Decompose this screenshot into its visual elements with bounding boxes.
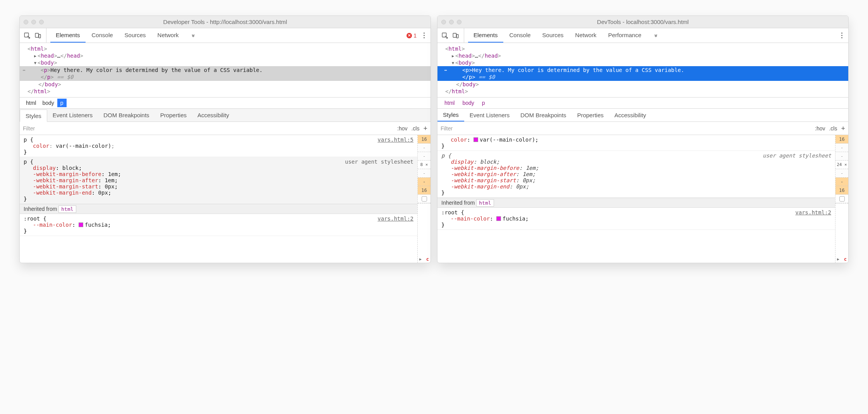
hov-toggle[interactable]: :hov <box>815 125 825 132</box>
zoom-dot[interactable] <box>457 20 461 24</box>
ruler-cell: 16 <box>418 135 431 144</box>
tabs-overflow-icon[interactable] <box>648 28 664 43</box>
error-count[interactable]: ✕ 1 <box>407 33 417 39</box>
tab-console[interactable]: Console <box>86 28 118 43</box>
hov-toggle[interactable]: :hov <box>397 125 407 132</box>
settings-menu-icon[interactable] <box>420 33 427 38</box>
titlebar[interactable]: Developer Tools - http://localhost:3000/… <box>20 16 431 28</box>
crumb-p[interactable]: p <box>478 99 489 107</box>
main-toolbar: Elements Console Sources Network ✕ 1 <box>20 28 431 43</box>
gutter-icon: ⋯ <box>441 68 449 73</box>
stab-event-listeners[interactable]: Event Listeners <box>47 109 98 121</box>
stab-accessibility[interactable]: Accessibility <box>192 109 235 121</box>
expand-icon: ▶ <box>837 257 839 261</box>
rule-p-author[interactable]: p {vars.html:5 color: var(--main-color);… <box>20 135 417 157</box>
metrics-ruler: 16 - - 8 × - - 16 ▶c <box>417 135 431 263</box>
tab-network[interactable]: Network <box>152 28 184 43</box>
stab-properties[interactable]: Properties <box>572 109 609 121</box>
rule-p-author[interactable]: color: var(--main-color); } <box>437 135 835 151</box>
rule-root[interactable]: :root {vars.html:2 --main-color: fuchsia… <box>20 214 417 236</box>
svg-rect-5 <box>456 34 458 38</box>
tab-sources[interactable]: Sources <box>119 28 151 43</box>
error-icon: ✕ <box>407 33 412 38</box>
svg-rect-4 <box>453 33 456 38</box>
gutter-icon: ⋯ <box>20 68 27 73</box>
new-rule-icon[interactable]: + <box>841 125 845 132</box>
rule-root[interactable]: :root {vars.html:2 --main-color: fuchsia… <box>437 208 835 230</box>
close-dot[interactable] <box>441 20 446 24</box>
metrics-ruler: 16 - - 24 × - - 16 ▶c <box>835 135 848 263</box>
zoom-dot[interactable] <box>39 20 44 24</box>
crumb-html[interactable]: html <box>441 99 458 107</box>
tab-sources[interactable]: Sources <box>537 28 569 43</box>
styles-panel-tabs: Styles Event Listeners DOM Breakpoints P… <box>20 109 431 122</box>
inspect-icon[interactable] <box>23 31 31 40</box>
checkbox[interactable] <box>839 196 845 202</box>
minimize-dot[interactable] <box>449 20 454 24</box>
crumb-body[interactable]: body <box>458 99 478 107</box>
crumb-p[interactable]: p <box>57 99 67 107</box>
color-swatch-icon[interactable] <box>79 222 83 227</box>
styles-panel-tabs: Styles Event Listeners DOM Breakpoints P… <box>437 109 848 122</box>
checkbox[interactable] <box>422 196 427 202</box>
window-title: Developer Tools - http://localhost:3000/… <box>20 19 431 25</box>
crumb-body[interactable]: body <box>39 99 57 107</box>
stab-styles[interactable]: Styles <box>20 109 47 122</box>
cls-toggle[interactable]: .cls <box>411 125 419 132</box>
inherited-from-tag[interactable]: html <box>58 205 76 213</box>
tab-console[interactable]: Console <box>504 28 536 43</box>
window-title: DevTools - localhost:3000/vars.html <box>437 19 848 25</box>
styles-filter-row: Filter :hov .cls + <box>20 122 431 135</box>
color-swatch-icon[interactable] <box>496 216 501 221</box>
expand-icon: ▶ <box>419 257 422 261</box>
rule-p-ua[interactable]: p {user agent stylesheet display: block;… <box>20 157 417 204</box>
elements-tree[interactable]: <html> ▶<head>…</head> ▼<body> ⋯<p>Hey t… <box>437 43 848 97</box>
stab-properties[interactable]: Properties <box>155 109 192 121</box>
styles-filter-input[interactable]: Filter <box>441 125 815 132</box>
main-toolbar: Elements Console Sources Network Perform… <box>437 28 848 43</box>
close-dot[interactable] <box>24 20 28 24</box>
devtools-window-a: Developer Tools - http://localhost:3000/… <box>19 15 431 263</box>
device-icon[interactable] <box>34 31 42 40</box>
stab-dom-breakpoints[interactable]: DOM Breakpoints <box>98 109 154 121</box>
stab-dom-breakpoints[interactable]: DOM Breakpoints <box>515 109 571 121</box>
stab-styles[interactable]: Styles <box>437 109 464 121</box>
tab-performance[interactable]: Performance <box>603 28 647 43</box>
styles-filter-row: Filter :hov .cls + <box>437 122 848 135</box>
breadcrumb: html body p <box>20 97 431 109</box>
inherited-from-tag[interactable]: html <box>476 199 494 207</box>
source-link[interactable]: vars.html:5 <box>377 137 413 143</box>
inherited-from-row: Inherited from html <box>20 204 417 214</box>
elements-tree[interactable]: <html> ▶<head>…</head> ▼<body> ⋯<p>Hey t… <box>20 43 431 97</box>
cls-toggle[interactable]: .cls <box>829 125 837 132</box>
styles-filter-input[interactable]: Filter <box>23 125 397 132</box>
source-link[interactable]: vars.html:2 <box>795 209 831 216</box>
selected-p-node[interactable]: ⋯<p>Hey there. My color is determined by… <box>437 66 848 81</box>
error-count-value: 1 <box>413 33 417 39</box>
panel-tabs: Elements Console Sources Network <box>50 28 201 43</box>
tabs-overflow-icon[interactable] <box>185 28 201 43</box>
color-swatch-icon[interactable] <box>473 137 478 142</box>
tab-elements[interactable]: Elements <box>50 28 86 43</box>
tab-elements[interactable]: Elements <box>468 28 503 43</box>
svg-rect-1 <box>35 33 38 38</box>
svg-rect-2 <box>39 34 41 38</box>
source-link[interactable]: vars.html:2 <box>377 216 413 222</box>
minimize-dot[interactable] <box>31 20 36 24</box>
settings-menu-icon[interactable] <box>838 33 845 38</box>
inspect-icon[interactable] <box>441 31 449 40</box>
tab-network[interactable]: Network <box>570 28 602 43</box>
rule-p-ua[interactable]: p {user agent stylesheet display: block;… <box>437 151 835 198</box>
selected-p-node[interactable]: ⋯<p>Hey there. My color is determined by… <box>20 66 431 81</box>
crumb-html[interactable]: html <box>23 99 39 107</box>
new-rule-icon[interactable]: + <box>423 125 427 132</box>
stab-event-listeners[interactable]: Event Listeners <box>464 109 515 121</box>
traffic-lights <box>441 20 461 24</box>
inherited-from-row: Inherited from html <box>437 198 835 208</box>
styles-body: p {vars.html:5 color: var(--main-color);… <box>20 135 431 263</box>
stab-accessibility[interactable]: Accessibility <box>609 109 652 121</box>
titlebar[interactable]: DevTools - localhost:3000/vars.html <box>437 16 848 28</box>
styles-body: color: var(--main-color); } p {user agen… <box>437 135 848 263</box>
device-icon[interactable] <box>451 31 460 40</box>
breadcrumb: html body p <box>437 97 848 109</box>
